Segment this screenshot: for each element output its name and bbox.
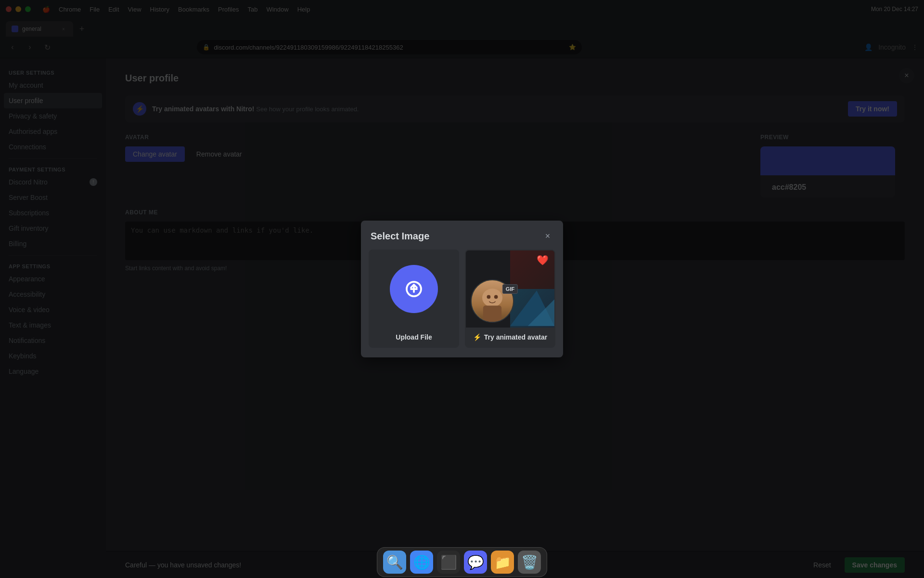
animated-avatar-option[interactable]: ❤️ <box>465 250 555 348</box>
dock-terminal[interactable]: ⬛ <box>437 551 460 574</box>
modal-close-button[interactable]: × <box>542 230 553 242</box>
select-image-modal: Select Image × Upload File <box>361 221 563 357</box>
svg-point-8 <box>494 295 498 299</box>
animated-avatar-label: ⚡ Try animated avatar <box>466 328 554 347</box>
upload-file-label: Upload File <box>390 328 437 347</box>
upload-icon-area <box>370 250 458 328</box>
geometric-bg <box>510 289 554 328</box>
collage-bottom-right <box>510 289 554 328</box>
collage-top-right: ❤️ <box>510 250 554 289</box>
upload-file-icon <box>405 280 423 298</box>
modal-header: Select Image × <box>361 221 563 250</box>
dock-trash[interactable]: 🗑️ <box>518 551 541 574</box>
dock-discord[interactable]: 💬 <box>464 551 487 574</box>
svg-rect-6 <box>483 306 501 322</box>
upload-circle <box>390 265 438 313</box>
heart-icon: ❤️ <box>537 254 549 266</box>
svg-point-7 <box>487 295 491 299</box>
dock-finder[interactable]: 🔍 <box>383 551 406 574</box>
svg-point-5 <box>482 289 502 307</box>
collage: ❤️ <box>466 250 554 328</box>
dock: 🔍 🌐 ⬛ 💬 📁 🗑️ <box>377 547 547 577</box>
upload-file-option[interactable]: Upload File <box>369 250 459 348</box>
animated-preview: ❤️ <box>466 250 554 328</box>
dock-folder[interactable]: 📁 <box>491 551 514 574</box>
gif-badge: GIF <box>502 284 518 294</box>
dock-chrome[interactable]: 🌐 <box>410 551 433 574</box>
modal-body: Upload File ❤️ <box>361 250 563 357</box>
nitro-star-icon: ⚡ <box>473 333 481 341</box>
modal-title: Select Image <box>371 231 429 242</box>
modal-overlay[interactable]: Select Image × Upload File <box>0 0 924 578</box>
